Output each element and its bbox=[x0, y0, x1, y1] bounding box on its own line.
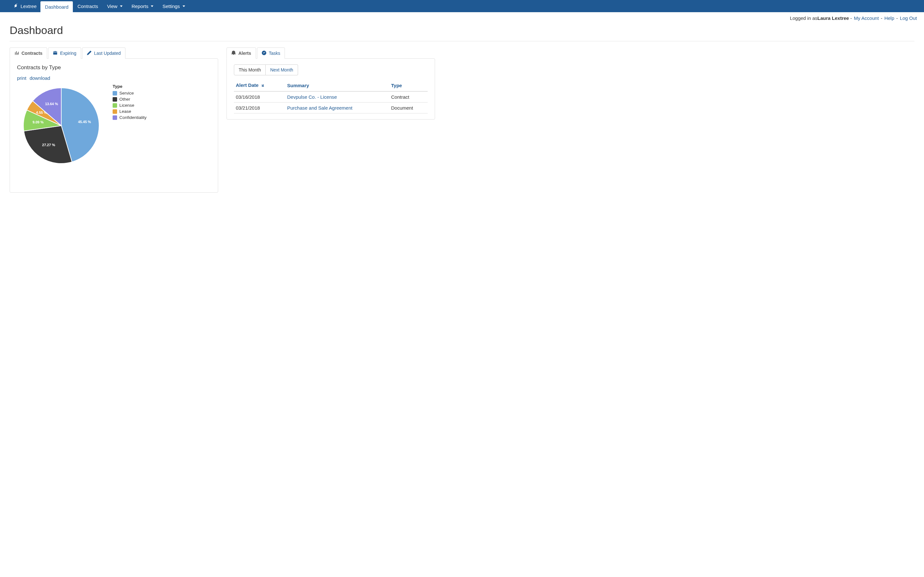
caret-down-icon bbox=[183, 5, 185, 7]
right-tabstrip: AlertsTasks bbox=[226, 47, 435, 58]
nav-tab-settings[interactable]: Settings bbox=[158, 0, 189, 12]
nav-tab-contracts[interactable]: Contracts bbox=[73, 0, 102, 12]
brand-link[interactable]: Lextree bbox=[10, 0, 40, 12]
right-tab-label: Tasks bbox=[269, 51, 280, 56]
legend-label: Lease bbox=[120, 109, 131, 114]
left-tab-contracts[interactable]: Contracts bbox=[10, 47, 47, 59]
legend-item-lease[interactable]: Lease bbox=[113, 109, 147, 114]
legend-item-other[interactable]: Other bbox=[113, 97, 147, 102]
this-month-button[interactable]: This Month bbox=[234, 64, 266, 75]
alerts-table: Alert Date Summary Type 03/16/2018Devpul… bbox=[234, 80, 428, 113]
next-month-button[interactable]: Next Month bbox=[266, 64, 298, 75]
cell-summary: Purchase and Sale Agreement bbox=[285, 102, 389, 113]
table-row: 03/16/2018Devpulse Co. - LicenseContract bbox=[234, 91, 428, 103]
right-tab-label: Alerts bbox=[238, 51, 251, 56]
brand-label: Lextree bbox=[21, 3, 37, 9]
legend-label: Confidentiality bbox=[120, 115, 147, 120]
page-title: Dashboard bbox=[10, 24, 914, 37]
logged-in-prefix: Logged in as bbox=[790, 15, 817, 21]
legend-swatch bbox=[113, 103, 117, 108]
my-account-link[interactable]: My Account bbox=[854, 15, 879, 21]
sort-asc-icon bbox=[261, 83, 265, 89]
bell-icon bbox=[231, 50, 236, 56]
download-link[interactable]: download bbox=[29, 75, 50, 81]
legend-item-service[interactable]: Service bbox=[113, 91, 147, 95]
left-tab-label: Expiring bbox=[60, 51, 76, 56]
contracts-panel-title: Contracts by Type bbox=[17, 64, 211, 71]
chart-legend: Type ServiceOtherLicenseLeaseConfidentia… bbox=[113, 84, 147, 121]
caret-down-icon bbox=[151, 5, 153, 7]
left-tabstrip: ContractsExpiringLast Updated bbox=[10, 47, 218, 58]
briefcase-icon bbox=[53, 51, 57, 56]
caret-down-icon bbox=[120, 5, 123, 7]
alert-summary-link[interactable]: Devpulse Co. - License bbox=[287, 94, 337, 100]
col-alert-date[interactable]: Alert Date bbox=[234, 80, 285, 91]
check-circle-icon bbox=[262, 51, 266, 56]
col-type[interactable]: Type bbox=[389, 80, 428, 91]
legend-swatch bbox=[113, 115, 117, 120]
help-link[interactable]: Help bbox=[884, 15, 894, 21]
pie-label-confidentiality: 13.64 % bbox=[45, 102, 58, 106]
right-tab-tasks[interactable]: Tasks bbox=[257, 47, 285, 59]
pie-label-other: 27.27 % bbox=[42, 143, 55, 147]
right-tab-alerts[interactable]: Alerts bbox=[226, 47, 256, 59]
legend-title: Type bbox=[113, 84, 147, 89]
nav-tab-dashboard[interactable]: Dashboard bbox=[40, 1, 73, 12]
cell-summary: Devpulse Co. - License bbox=[285, 91, 389, 103]
leaf-icon bbox=[13, 3, 19, 9]
alert-summary-link[interactable]: Purchase and Sale Agreement bbox=[287, 105, 352, 111]
left-tab-last-updated[interactable]: Last Updated bbox=[82, 47, 126, 59]
pie-label-service: 45.45 % bbox=[78, 120, 91, 124]
cell-alert-date: 03/21/2018 bbox=[234, 102, 285, 113]
alerts-panel: This Month Next Month Alert Date Su bbox=[226, 58, 435, 119]
user-bar: Logged in as Laura Lextree - My Account … bbox=[0, 12, 924, 21]
pencil-icon bbox=[87, 51, 91, 56]
left-tab-label: Contracts bbox=[21, 51, 42, 56]
left-tab-label: Last Updated bbox=[94, 51, 121, 56]
nav-tabs: DashboardContractsViewReportsSettings bbox=[40, 0, 190, 12]
cell-type: Document bbox=[389, 102, 428, 113]
legend-swatch bbox=[113, 109, 117, 114]
legend-label: Other bbox=[120, 97, 130, 102]
bar-chart-icon bbox=[15, 50, 19, 56]
legend-item-confidentiality[interactable]: Confidentiality bbox=[113, 115, 147, 120]
nav-tab-view[interactable]: View bbox=[103, 0, 127, 12]
cell-alert-date: 03/16/2018 bbox=[234, 91, 285, 103]
log-out-link[interactable]: Log Out bbox=[900, 15, 917, 21]
legend-item-license[interactable]: License bbox=[113, 103, 147, 108]
user-name: Laura Lextree bbox=[817, 15, 849, 21]
legend-label: Service bbox=[120, 91, 134, 95]
col-summary[interactable]: Summary bbox=[285, 80, 389, 91]
table-row: 03/21/2018Purchase and Sale AgreementDoc… bbox=[234, 102, 428, 113]
top-navbar: Lextree DashboardContractsViewReportsSet… bbox=[0, 0, 924, 12]
contracts-panel: Contracts by Type print download 45.45 %… bbox=[10, 58, 218, 193]
month-toggle: This Month Next Month bbox=[234, 64, 428, 75]
pie-chart: 45.45 %27.27 %9.09 %4.55 %13.64 % bbox=[19, 84, 103, 167]
nav-tab-reports[interactable]: Reports bbox=[127, 0, 158, 12]
cell-type: Contract bbox=[389, 91, 428, 103]
print-link[interactable]: print bbox=[17, 75, 26, 81]
legend-swatch bbox=[113, 91, 117, 95]
left-tab-expiring[interactable]: Expiring bbox=[48, 47, 81, 59]
legend-label: License bbox=[120, 103, 134, 108]
pie-label-license: 9.09 % bbox=[32, 120, 43, 124]
legend-swatch bbox=[113, 97, 117, 102]
